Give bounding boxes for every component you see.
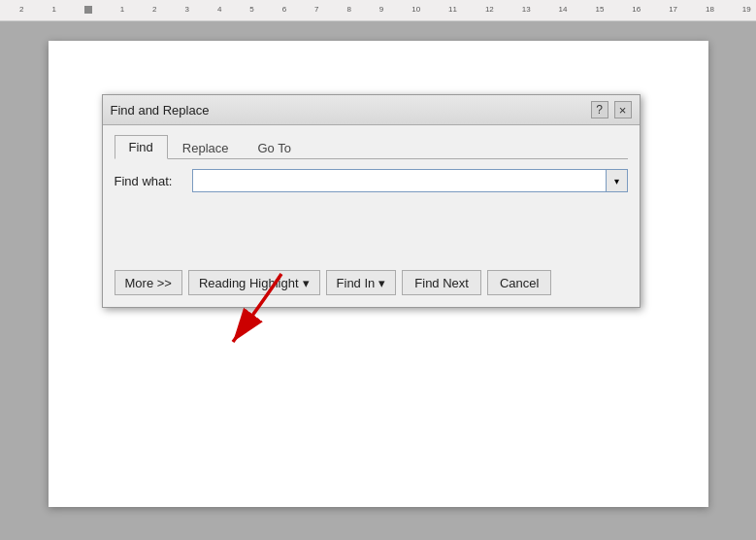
ruler-tick: 15	[595, 5, 604, 14]
ruler-tick: 1	[120, 5, 124, 14]
more-button[interactable]: More >>	[115, 270, 182, 295]
ruler-tick: 1	[51, 5, 55, 14]
reading-highlight-arrow: ▾	[303, 276, 310, 290]
dialog-buttons: More >> Reading Highlight ▾ Find In ▾ Fi…	[115, 270, 628, 295]
find-replace-dialog: Find and Replace ? × Find Replace	[102, 94, 641, 308]
find-dropdown-button[interactable]: ▾	[607, 169, 628, 192]
find-what-input[interactable]	[192, 169, 607, 192]
cancel-button[interactable]: Cancel	[487, 270, 551, 295]
ruler-tick: 8	[346, 5, 350, 14]
dialog-tabs: Find Replace Go To	[115, 135, 628, 159]
find-options-area	[115, 204, 628, 262]
ruler-tick	[84, 6, 92, 14]
tab-find[interactable]: Find	[115, 135, 168, 159]
find-what-label: Find what:	[115, 174, 192, 188]
ruler-tick: 4	[217, 5, 221, 14]
dialog-titlebar: Find and Replace ? ×	[103, 95, 640, 125]
dialog-help-button[interactable]: ?	[591, 101, 608, 118]
ruler-tick: 17	[669, 5, 677, 14]
ruler-tick: 19	[742, 5, 751, 14]
dialog-close-button[interactable]: ×	[614, 101, 632, 118]
find-in-arrow: ▾	[378, 276, 385, 290]
ruler-tick: 9	[379, 5, 383, 14]
reading-highlight-button[interactable]: Reading Highlight ▾	[188, 270, 320, 295]
find-what-row: Find what: ▾	[115, 169, 628, 192]
document-page: Find and Replace ? × Find Replace	[49, 41, 708, 507]
ruler-tick: 7	[314, 5, 318, 14]
ruler-tick: 5	[249, 5, 253, 14]
ruler-tick: 14	[559, 5, 568, 14]
ruler-tick: 12	[485, 5, 494, 14]
ruler-tick: 10	[411, 5, 420, 14]
ruler-tick: 16	[632, 5, 641, 14]
dialog-title-controls: ? ×	[591, 101, 632, 118]
tab-replace[interactable]: Replace	[168, 136, 244, 159]
ruler-tick: 2	[152, 5, 156, 14]
document-area: Find and Replace ? × Find Replace	[0, 21, 756, 540]
ruler-tick: 3	[185, 5, 189, 14]
ruler: 2 1 1 2 3 4 5 6 7 8 9 10 11 12 13 14 15 …	[0, 0, 756, 21]
ruler-tick: 18	[706, 5, 714, 14]
find-input-container: ▾	[192, 169, 628, 192]
ruler-tick: 11	[448, 5, 457, 14]
dialog-title: Find and Replace	[111, 103, 210, 118]
dialog-body: Find Replace Go To Find what: ▾	[103, 125, 640, 307]
ruler-tick: 2	[19, 5, 23, 14]
find-in-button[interactable]: Find In ▾	[326, 270, 397, 295]
ruler-tick: 13	[522, 5, 531, 14]
tab-goto[interactable]: Go To	[244, 136, 306, 159]
ruler-tick: 6	[282, 5, 286, 14]
find-next-button[interactable]: Find Next	[402, 270, 481, 295]
